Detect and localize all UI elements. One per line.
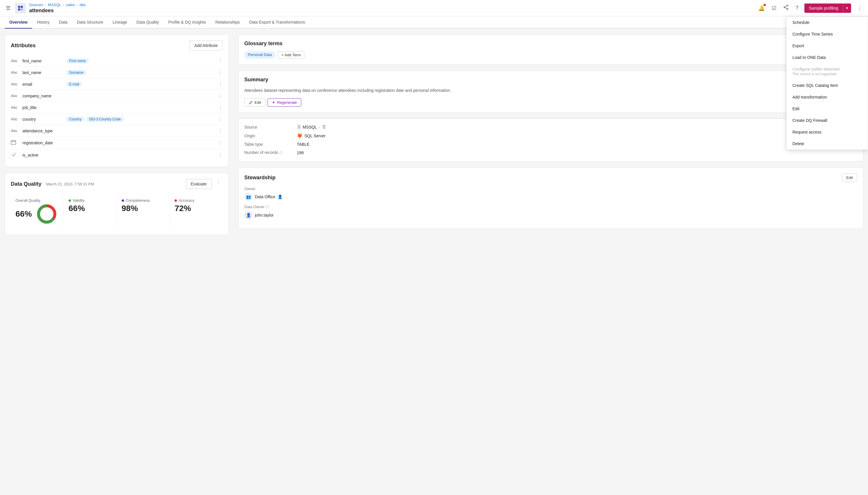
tab-data[interactable]: Data xyxy=(54,16,72,29)
dropdown-item-delete[interactable]: Delete xyxy=(787,138,868,150)
dropdown-item-configure-time-series[interactable]: Configure Time Series xyxy=(787,29,868,40)
attr-more-icon[interactable]: ⋮ xyxy=(218,128,223,134)
source-info-grid: Source 🗄 MSSQL › 🗄 Origin 🦊 SQL Server xyxy=(244,125,857,155)
tasks-icon[interactable]: ☑ xyxy=(771,4,777,13)
records-info-icon[interactable]: ⓘ xyxy=(279,151,283,155)
tag[interactable]: ISO-3 Country Code xyxy=(86,117,124,122)
data-owner-label: Data Owner ⓘ xyxy=(244,204,857,209)
attr-more-icon[interactable]: ⋮ xyxy=(218,152,223,158)
attr-more-icon[interactable]: ⋮ xyxy=(218,58,223,64)
tab-history[interactable]: History xyxy=(32,16,54,29)
summary-actions: Edit ✦ Regenerate xyxy=(244,98,857,107)
attr-name: company_name xyxy=(22,93,63,98)
add-attribute-button[interactable]: Add Attribute xyxy=(190,40,223,50)
summary-title: Summary xyxy=(244,77,268,83)
dropdown-item-request-access[interactable]: Request access xyxy=(787,126,868,138)
attr-type-boolean xyxy=(11,152,19,158)
data-owner-value: 👤 john.taylor xyxy=(244,211,857,219)
hamburger-menu[interactable]: ☰ xyxy=(5,4,12,13)
more-options-icon[interactable]: ⋮ xyxy=(856,4,863,13)
edit-icon xyxy=(249,101,253,105)
table-row: Abc email E-mail ⋮ xyxy=(11,79,223,90)
attributes-card: Attributes Add Attribute Abc first_name … xyxy=(5,34,229,167)
tab-data-structure[interactable]: Data Structure xyxy=(72,16,108,29)
dropdown-item-configure-outlier: Configure outlier detection This source … xyxy=(787,63,868,80)
attr-type-abc: Abc xyxy=(11,105,19,109)
configure-outlier-label: Configure outlier detection xyxy=(792,67,840,71)
dropdown-item-create-sql[interactable]: Create SQL Catalog Item xyxy=(787,80,868,91)
table-row: Abc first_name First name ⋮ xyxy=(11,55,223,67)
tab-overview[interactable]: Overview xyxy=(5,16,32,29)
sample-profiling-dropdown-button[interactable]: ▾ xyxy=(843,3,851,13)
sample-profiling-button[interactable]: Sample profiling xyxy=(804,3,843,13)
regenerate-button[interactable]: ✦ Regenerate xyxy=(268,98,301,107)
data-owner-avatar: 👤 xyxy=(244,211,252,219)
dq-more-icon[interactable]: ⋮ xyxy=(214,179,223,189)
dropdown-menu: Schedule Configure Time Series Export Lo… xyxy=(786,29,868,150)
glossary-tag[interactable]: Personal Data xyxy=(244,51,275,58)
attr-more-icon[interactable]: ⋮ xyxy=(218,116,223,122)
attr-more-icon[interactable]: ⋮ xyxy=(218,70,223,75)
tag[interactable]: Country xyxy=(66,117,84,122)
glossary-header: Glossary terms xyxy=(244,40,857,47)
evaluate-button[interactable]: Evaluate xyxy=(186,179,212,189)
left-panel: Attributes Add Attribute Abc first_name … xyxy=(0,29,233,491)
stewardship-header: Stewardship Edit xyxy=(244,173,857,182)
stewardship-edit-button[interactable]: Edit xyxy=(842,173,857,182)
owner-value: 👥 Data Office 👤 xyxy=(244,193,857,201)
svg-point-6 xyxy=(787,8,788,10)
metric-overall-value: 66% xyxy=(15,209,32,219)
tab-data-export[interactable]: Data Export & Transformations xyxy=(245,16,310,29)
add-term-button[interactable]: + Add Term xyxy=(278,51,305,58)
tag[interactable]: First name xyxy=(66,58,89,64)
notifications-icon[interactable]: 🔔 xyxy=(757,4,766,13)
breadcrumb-dbo[interactable]: dbo xyxy=(80,3,86,7)
help-icon[interactable]: ? xyxy=(795,4,800,12)
dropdown-item-create-dq-firewall[interactable]: Create DQ Firewall xyxy=(787,115,868,126)
metric-validity-value: 66% xyxy=(69,204,112,213)
tab-lineage[interactable]: Lineage xyxy=(108,16,132,29)
svg-rect-0 xyxy=(18,6,20,8)
breadcrumb-sales[interactable]: sales xyxy=(66,3,75,7)
dropdown-item-export[interactable]: Export xyxy=(787,40,868,52)
summary-edit-button[interactable]: Edit xyxy=(244,98,265,107)
table-row: Abc country Country ISO-3 Country Code ⋮ xyxy=(11,114,223,125)
owner-name: Data Office xyxy=(255,194,275,199)
tag[interactable]: E-mail xyxy=(66,82,82,87)
share-icon[interactable] xyxy=(782,3,790,13)
tag[interactable]: Surname xyxy=(66,70,86,75)
metric-completeness: Completeness 98% xyxy=(117,193,170,229)
dropdown-item-edit[interactable]: Edit xyxy=(787,103,868,115)
attr-type-abc: Abc xyxy=(11,129,19,133)
svg-rect-1 xyxy=(21,6,23,8)
tab-profile-dq[interactable]: Profile & DQ insights xyxy=(164,16,211,29)
overall-metric: 66% xyxy=(15,204,59,224)
tabs: Overview History Data Data Structure Lin… xyxy=(0,16,868,29)
attr-more-icon[interactable]: ⋮ xyxy=(218,93,223,99)
info-row-records: Number of records ⓘ 199 xyxy=(244,150,857,155)
metric-validity: Validity 66% xyxy=(64,193,117,229)
breadcrumb-mssql[interactable]: MSSQL xyxy=(48,3,61,7)
sparkle-icon: ✦ xyxy=(272,100,275,105)
info-value-records: 199 xyxy=(297,150,304,155)
attr-more-icon[interactable]: ⋮ xyxy=(218,140,223,146)
dropdown-item-add-transformation[interactable]: Add transformation xyxy=(787,91,868,103)
info-value-source: 🗄 MSSQL › 🗄 xyxy=(297,125,326,130)
attr-more-icon[interactable]: ⋮ xyxy=(218,81,223,87)
tab-relationships[interactable]: Relationships xyxy=(211,16,245,29)
metric-validity-label: Validity xyxy=(69,198,112,203)
accuracy-dot xyxy=(175,200,177,202)
svg-line-8 xyxy=(785,7,787,9)
attr-type-abc: Abc xyxy=(11,59,19,63)
dropdown-item-load-one-data[interactable]: Load to ONE Data xyxy=(787,52,868,63)
entity-title: attendees xyxy=(29,7,86,14)
completeness-dot xyxy=(122,200,124,202)
breadcrumb-sources[interactable]: Sources xyxy=(29,3,43,7)
attr-more-icon[interactable]: ⋮ xyxy=(218,105,223,110)
db-icon-left: 🗄 xyxy=(297,125,301,130)
data-owner-info-icon[interactable]: ⓘ xyxy=(266,204,269,209)
info-row-origin: Origin 🦊 SQL Server xyxy=(244,133,857,138)
attr-type-abc: Abc xyxy=(11,82,19,86)
attr-name: first_name xyxy=(22,58,63,63)
tab-data-quality[interactable]: Data Quality xyxy=(132,16,164,29)
